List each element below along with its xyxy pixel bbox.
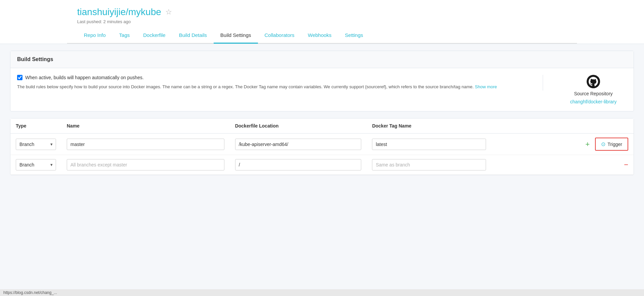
col-tag: Docker Tag Name bbox=[367, 118, 491, 134]
remove-rule-button[interactable]: − bbox=[624, 161, 628, 168]
auto-build-checkbox[interactable] bbox=[17, 75, 22, 80]
trigger-label: Trigger bbox=[607, 142, 622, 147]
row2-dockerfile-input[interactable] bbox=[235, 159, 362, 170]
trigger-button[interactable]: ⊙ Trigger bbox=[595, 138, 628, 151]
info-section: When active, builds will happen automati… bbox=[17, 75, 627, 104]
auto-build-label: When active, builds will happen automati… bbox=[25, 75, 144, 80]
row2-name-input[interactable] bbox=[67, 159, 224, 170]
row1-name-cell bbox=[61, 134, 230, 155]
row1-dockerfile-cell bbox=[230, 134, 367, 155]
tab-tags[interactable]: Tags bbox=[112, 28, 137, 44]
repo-title: tianshuiyijie/mykube bbox=[77, 7, 161, 17]
tab-build-settings[interactable]: Build Settings bbox=[214, 28, 258, 44]
source-repo-link[interactable]: changhf/docker-library bbox=[570, 99, 617, 104]
tab-dockerfile[interactable]: Dockerfile bbox=[137, 28, 172, 44]
source-repo-section: Source Repository changhf/docker-library bbox=[553, 75, 627, 104]
repo-header: tianshuiyijie/mykube ☆ bbox=[77, 7, 567, 17]
table-row: Branch Tag ▼ bbox=[10, 134, 634, 155]
row1-dockerfile-input[interactable] bbox=[235, 139, 362, 150]
build-description: The build rules below specify how to bui… bbox=[17, 84, 533, 91]
table-row: Branch Tag ▼ bbox=[10, 155, 634, 175]
trigger-icon: ⊙ bbox=[601, 141, 605, 147]
row2-tag-input[interactable] bbox=[372, 159, 486, 170]
row2-dockerfile-cell bbox=[230, 155, 367, 175]
tab-collaborators[interactable]: Collaborators bbox=[258, 28, 301, 44]
col-dockerfile: Dockerfile Location bbox=[230, 118, 367, 134]
row2-tag-cell bbox=[367, 155, 491, 175]
col-name: Name bbox=[61, 118, 230, 134]
build-rules-table: Type Name Dockerfile Location Docker Tag… bbox=[10, 118, 634, 175]
row2-actions-cell: − bbox=[491, 155, 634, 175]
tab-settings[interactable]: Settings bbox=[338, 28, 370, 44]
add-rule-button[interactable]: + bbox=[585, 141, 590, 148]
auto-build-row: When active, builds will happen automati… bbox=[17, 75, 533, 80]
row1-tag-input[interactable] bbox=[372, 139, 486, 150]
tab-webhooks[interactable]: Webhooks bbox=[301, 28, 338, 44]
build-settings-title: Build Settings bbox=[10, 51, 634, 68]
table-header-row: Type Name Dockerfile Location Docker Tag… bbox=[10, 118, 634, 134]
github-icon bbox=[587, 75, 600, 88]
row1-actions-cell: + ⊙ Trigger bbox=[491, 134, 634, 155]
row1-type-select-wrapper: Branch Tag ▼ bbox=[16, 139, 56, 150]
star-icon[interactable]: ☆ bbox=[165, 8, 172, 16]
build-settings-card: Build Settings When active, builds will … bbox=[10, 51, 634, 111]
last-pushed-text: Last pushed: 2 minutes ago bbox=[77, 19, 567, 28]
row2-type-select-wrapper: Branch Tag ▼ bbox=[16, 159, 56, 170]
row2-type-cell: Branch Tag ▼ bbox=[10, 155, 61, 175]
show-more-link[interactable]: Show more bbox=[475, 84, 497, 89]
row1-type-select[interactable]: Branch Tag bbox=[16, 139, 56, 150]
row1-type-cell: Branch Tag ▼ bbox=[10, 134, 61, 155]
tab-build-details[interactable]: Build Details bbox=[172, 28, 213, 44]
source-repo-label: Source Repository bbox=[574, 91, 612, 96]
row2-actions: − bbox=[497, 161, 628, 168]
info-text: When active, builds will happen automati… bbox=[17, 75, 543, 91]
build-rules-card: Type Name Dockerfile Location Docker Tag… bbox=[10, 118, 634, 175]
nav-tabs: Repo Info Tags Dockerfile Build Details … bbox=[67, 28, 577, 44]
col-actions bbox=[491, 118, 634, 134]
row1-tag-cell bbox=[367, 134, 491, 155]
col-type: Type bbox=[10, 118, 61, 134]
row2-name-cell bbox=[61, 155, 230, 175]
tab-repo-info[interactable]: Repo Info bbox=[77, 28, 112, 44]
row1-name-input[interactable] bbox=[67, 139, 224, 150]
row2-type-select[interactable]: Branch Tag bbox=[16, 159, 56, 170]
row1-actions: + ⊙ Trigger bbox=[497, 138, 628, 151]
